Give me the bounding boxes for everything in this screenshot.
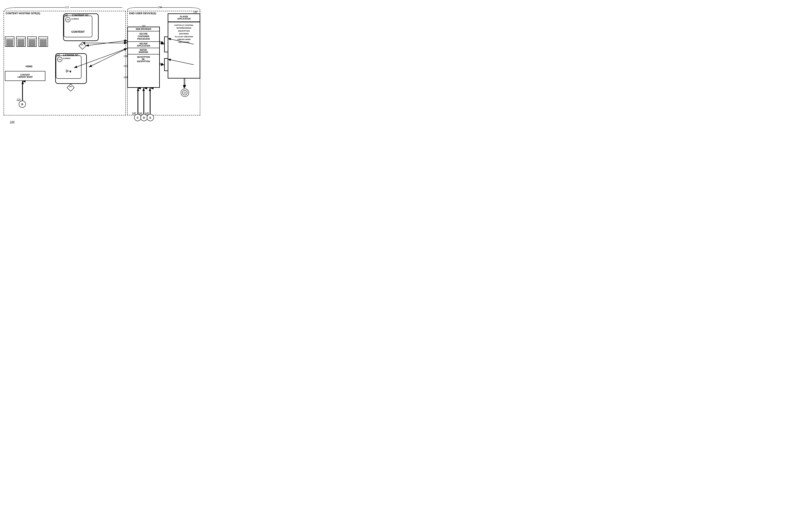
disc-icon xyxy=(180,88,189,98)
key-icon: 🗝 xyxy=(56,67,81,75)
content-sc-label: CONTENT SC xyxy=(72,14,89,17)
ref-141: 141 xyxy=(139,112,142,115)
ref-195: 195 xyxy=(193,11,197,13)
license-sc-box: PB CLRNGH 🗝 xyxy=(55,53,87,84)
ref-140: 140 xyxy=(132,112,136,115)
diamond-cp-label: CP xyxy=(81,44,83,46)
pb-badge-content: PB xyxy=(65,17,70,22)
circle-d: D xyxy=(141,114,148,121)
ref-100: 100 xyxy=(10,120,14,123)
clrngh-label-content: CLRNGH xyxy=(71,18,79,20)
secure-container-section: SECURECONTAINERPROCESSOR xyxy=(128,31,159,42)
ref-109: 109 xyxy=(158,6,162,9)
clrngh-label-license: CLRNGH xyxy=(63,57,70,59)
hsms-label: HSMS xyxy=(26,65,33,68)
ref-198: 198 xyxy=(123,55,127,58)
svg-point-16 xyxy=(184,92,186,93)
player-app-items: COPY/PLAY CONTROL WATERMARKING DECRYPTIO… xyxy=(168,22,200,45)
ref-146: 146 xyxy=(145,112,149,115)
server-2 xyxy=(16,36,26,47)
content-sc-box: PB CLRNGH CONTENT xyxy=(63,13,99,41)
helper-app-section: HELPERAPPLICATION xyxy=(128,42,159,48)
license-sc-label: LICENSE SC xyxy=(63,54,79,57)
decryption-section: DECRYPTIONRE-ENCRYPTION xyxy=(128,54,159,64)
license-sc-ref: 147 xyxy=(56,54,60,56)
ref-194: 194 xyxy=(123,76,127,79)
web-browser-section: WEB BROWSER xyxy=(128,27,159,31)
server-3 xyxy=(27,36,37,47)
pb-badge-license: PB xyxy=(57,57,62,62)
ref-192: 192 xyxy=(123,40,127,43)
circle-e: E xyxy=(147,114,154,121)
bracket-svg xyxy=(0,0,203,12)
diamond-ch-label: CH xyxy=(69,86,71,88)
diagram: 111 109 CONTENT HOSTING SITE(S) END USER… xyxy=(0,0,203,127)
circle-b: B xyxy=(19,101,26,108)
ref-111: 111 xyxy=(65,6,69,9)
ref-129: 129 xyxy=(17,98,21,101)
watermarking-section: WATER-MARKING xyxy=(128,48,159,54)
web-browser-box: WEB BROWSER SECURECONTAINERPROCESSOR HEL… xyxy=(127,27,160,88)
server-4 xyxy=(38,36,48,47)
player-app-title: PLAYER APPLICATION xyxy=(168,14,200,22)
content-sc-ref: 148 xyxy=(64,14,68,17)
circle-c: C xyxy=(134,114,141,121)
ref-191: 191 xyxy=(142,25,146,27)
content-label: CONTENT xyxy=(64,30,92,33)
content-library-box: CONTENT LIBRARY MGMT xyxy=(5,71,46,81)
region-left-label: CONTENT HOSTING SITE(S) xyxy=(5,12,40,15)
ref-193: 193 xyxy=(123,65,127,67)
player-app-box: PLAYER APPLICATION COPY/PLAY CONTROL WAT… xyxy=(168,13,200,79)
server-1 xyxy=(5,36,14,47)
disc-svg xyxy=(180,88,189,97)
region-right-label: END USER DEVICE(S) xyxy=(129,12,156,15)
